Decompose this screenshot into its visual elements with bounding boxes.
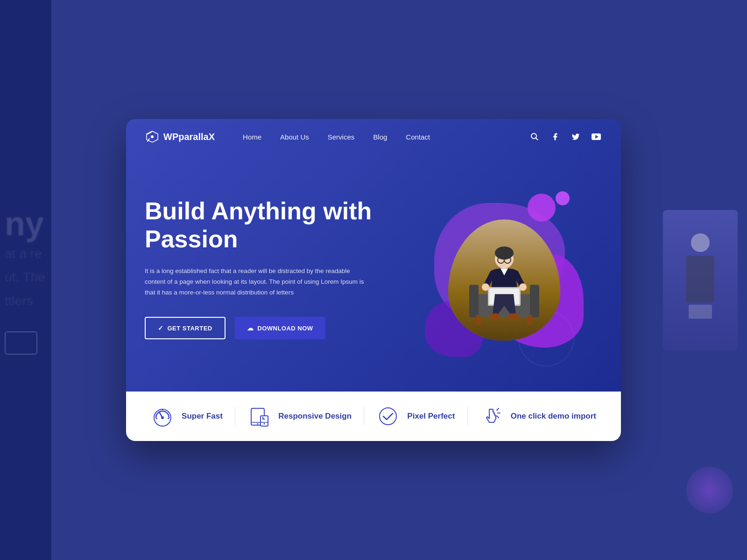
svg-point-33 — [380, 408, 396, 425]
svg-point-0 — [151, 135, 154, 138]
bg-person-body — [686, 256, 714, 302]
logo[interactable]: WPparallaX — [145, 129, 215, 144]
nav-icons — [529, 131, 602, 143]
svg-rect-9 — [528, 315, 532, 324]
svg-point-11 — [495, 246, 514, 259]
facebook-icon[interactable] — [549, 131, 561, 143]
nav-contact[interactable]: Contact — [406, 133, 430, 141]
feature-super-fast: Super Fast — [151, 405, 223, 428]
divider-2 — [364, 407, 364, 426]
responsive-icon — [247, 405, 271, 428]
logo-icon — [145, 129, 160, 144]
svg-line-36 — [497, 416, 499, 418]
one-click-label: One click demo import — [511, 412, 596, 421]
nav-links: Home About Us Services Blog Contact — [243, 133, 529, 141]
main-card: WPparallaX Home About Us Services Blog C… — [126, 119, 621, 441]
bg-text-large: ny — [5, 205, 44, 242]
hero-description: It is a long established fact that a rea… — [145, 266, 369, 298]
get-started-icon: ✓ — [158, 324, 164, 332]
get-started-label: GET STARTED — [168, 325, 212, 332]
person-illustration — [448, 219, 560, 341]
svg-rect-30 — [261, 416, 268, 426]
pointer-icon — [480, 405, 503, 428]
svg-point-23 — [161, 416, 164, 419]
bg-person-head — [691, 233, 710, 252]
nav-services[interactable]: Services — [328, 133, 355, 141]
nav-blog[interactable]: Blog — [373, 133, 387, 141]
svg-rect-7 — [530, 285, 539, 317]
svg-point-19 — [489, 313, 500, 320]
svg-point-17 — [482, 283, 489, 291]
svg-rect-8 — [476, 315, 481, 324]
hero-right — [406, 164, 602, 392]
download-icon: ☁ — [247, 324, 254, 332]
bg-left-panel: ny at a reut. Thettlers — [0, 0, 51, 560]
blob-tiny — [556, 191, 570, 205]
speedometer-icon — [151, 405, 174, 428]
svg-point-20 — [508, 313, 519, 320]
feature-responsive-design: Responsive Design — [247, 405, 352, 428]
nav-home[interactable]: Home — [243, 133, 261, 141]
pixel-perfect-label: Pixel Perfect — [407, 412, 455, 421]
svg-line-2 — [536, 138, 538, 140]
svg-line-34 — [497, 408, 499, 410]
twitter-icon[interactable] — [570, 131, 582, 143]
navbar: WPparallaX Home About Us Services Blog C… — [126, 119, 621, 154]
get-started-button[interactable]: ✓ GET STARTED — [145, 317, 226, 339]
youtube-icon[interactable] — [590, 131, 602, 143]
feature-pixel-perfect: Pixel Perfect — [376, 405, 455, 428]
hero-left: Build Anything with Passion It is a long… — [145, 164, 406, 392]
blob-small-top — [528, 194, 556, 222]
person-svg — [467, 233, 542, 327]
hero-title: Build Anything with Passion — [145, 197, 388, 253]
super-fast-label: Super Fast — [182, 412, 223, 421]
bg-purple-glow — [686, 467, 733, 513]
check-circle-icon — [376, 405, 400, 428]
logo-text: WPparallaX — [163, 132, 215, 142]
download-label: DOWNLOAD NOW — [257, 325, 313, 332]
nav-about[interactable]: About Us — [280, 133, 309, 141]
svg-point-29 — [257, 423, 259, 425]
svg-rect-6 — [469, 285, 479, 317]
svg-point-18 — [519, 283, 527, 291]
svg-point-1 — [531, 133, 536, 139]
divider-1 — [235, 407, 235, 426]
bg-person-laptop — [689, 305, 712, 319]
features-bar: Super Fast Responsive Design — [126, 392, 621, 441]
hero-section: Build Anything with Passion It is a long… — [126, 154, 621, 392]
bg-person-panel — [663, 210, 738, 350]
svg-point-32 — [264, 423, 265, 425]
bg-box-outline — [5, 331, 37, 355]
responsive-design-label: Responsive Design — [278, 412, 352, 421]
search-icon[interactable] — [529, 131, 541, 143]
bg-right-panel — [654, 0, 747, 560]
divider-3 — [467, 407, 468, 426]
feature-one-click: One click demo import — [480, 405, 596, 428]
bg-text-small: at a reut. Thettlers — [5, 242, 45, 313]
download-button[interactable]: ☁ DOWNLOAD NOW — [235, 317, 325, 339]
hero-buttons: ✓ GET STARTED ☁ DOWNLOAD NOW — [145, 317, 388, 339]
blob-container — [416, 189, 593, 366]
couch-area — [448, 219, 560, 341]
bg-person-figure — [682, 233, 719, 327]
